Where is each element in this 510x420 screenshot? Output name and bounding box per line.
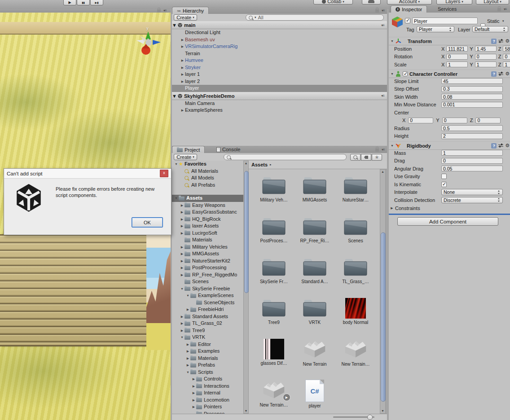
expand-arrow[interactable]: ▶ xyxy=(180,36,185,44)
tag-dropdown[interactable]: Player xyxy=(417,26,454,32)
presets-icon[interactable] xyxy=(498,39,503,44)
expand-arrow[interactable]: ▶ xyxy=(191,403,196,411)
step-button[interactable]: ▶▮ xyxy=(90,0,103,5)
axis-field-y[interactable]: 0 xyxy=(475,54,497,60)
expand-arrow[interactable]: ▶ xyxy=(180,313,185,320)
tree-item-examplescenes[interactable]: ▼ExampleScenes xyxy=(172,292,243,299)
scene-header-SkyhighFreebieDemo[interactable]: ▼SkyhighFreebieDemo▾≡ xyxy=(172,92,387,100)
scene-header-main[interactable]: ▼main▾≡ xyxy=(172,21,387,29)
panel-menu-icon[interactable]: ▾≡ xyxy=(382,9,385,13)
lock-icon[interactable] xyxy=(497,8,501,11)
asset-tree9[interactable]: Tree9 xyxy=(254,298,294,325)
tab-project[interactable]: Project xyxy=(172,146,205,153)
dialog-titlebar[interactable]: Can't add script x xyxy=(4,169,171,179)
hierarchy-item-directional-light[interactable]: Directional Light xyxy=(172,29,387,36)
hierarchy-item-layer-1[interactable]: ▶layer 1 xyxy=(172,71,387,78)
tree-item-all-models[interactable]: All Models xyxy=(172,175,243,182)
scene-panel-controls[interactable]: ▾≡ xyxy=(157,8,167,13)
expand-arrow[interactable]: ▶ xyxy=(180,202,185,209)
lock-icon[interactable] xyxy=(157,9,161,13)
tree-item-postprocessing[interactable]: ▶PostProcessing xyxy=(172,264,243,271)
gameobject-active-checkbox[interactable] xyxy=(405,18,410,23)
tree-item-tl_grass_02[interactable]: ▶TL_Grass_02 xyxy=(172,320,243,327)
scene-context-menu-icon[interactable]: ▾≡ xyxy=(381,94,384,98)
tree-item-tree9[interactable]: ▶Tree9 xyxy=(172,327,243,334)
tree-item-internal[interactable]: ▶Internal xyxy=(172,389,243,397)
expand-arrow[interactable]: ▶ xyxy=(180,244,185,251)
tree-item-skyserie-freebie[interactable]: ▼SkySerie Freebie xyxy=(172,285,243,293)
tree-item-scripts[interactable]: ▼Scripts xyxy=(172,369,243,376)
asset-mmgassets[interactable]: MMGAssets xyxy=(295,175,335,202)
tree-item-materials[interactable]: ▶Materials xyxy=(172,355,243,362)
expand-arrow[interactable]: ▼ xyxy=(185,292,190,299)
gameobject-name-field[interactable]: Player xyxy=(412,18,478,24)
layout-button[interactable]: Layout▾ xyxy=(476,0,509,4)
expand-arrow[interactable]: ▶ xyxy=(180,64,185,71)
expand-arrow[interactable]: ▶ xyxy=(191,383,196,390)
search-filter-caret[interactable]: ▾ xyxy=(255,16,256,19)
slider-thumb[interactable] xyxy=(367,415,373,420)
expand-arrow[interactable]: ▼ xyxy=(180,285,185,293)
expand-arrow[interactable]: ▶ xyxy=(180,78,185,85)
tree-scrollbar-thumb[interactable] xyxy=(244,171,249,293)
collab-button[interactable]: Collab▾ xyxy=(313,0,353,4)
panel-menu-icon[interactable]: ▾≡ xyxy=(163,9,167,13)
tree-item-assets[interactable]: ▼Assets xyxy=(172,195,243,202)
hierarchy-item-stryker[interactable]: ▶Stryker xyxy=(172,64,387,71)
value-field[interactable]: 0.05 xyxy=(441,166,503,171)
asset-standard-a-[interactable]: Standard A… xyxy=(295,257,335,284)
hierarchy-search-input[interactable]: ▾All xyxy=(246,14,384,21)
rb-interpolate-dropdown[interactable]: None xyxy=(441,189,503,195)
expand-arrow[interactable]: ▶ xyxy=(191,389,196,397)
value-field[interactable]: 0.001 xyxy=(441,102,503,108)
hierarchy-create-button[interactable]: Create▾ xyxy=(174,14,197,21)
scene-orientation-gizmo[interactable]: y xyxy=(134,26,163,60)
expand-arrow[interactable]: ▶ xyxy=(180,43,185,50)
tree-item-interactions[interactable]: ▶Interactions xyxy=(172,383,243,390)
asset-new-terrain[interactable]: New Terrain xyxy=(295,339,335,367)
tree-item-presence[interactable]: Presence xyxy=(172,411,243,414)
expand-arrow[interactable]: ▶ xyxy=(191,376,196,383)
value-field[interactable]: 2 xyxy=(441,133,503,139)
settings-gear-icon[interactable]: ⚙ xyxy=(505,143,510,149)
settings-gear-icon[interactable]: ⚙ xyxy=(505,71,510,77)
add-component-button[interactable]: Add Component xyxy=(397,217,498,226)
asset-rp-free-ri-[interactable]: RP_Free_Ri… xyxy=(295,216,335,243)
rb-use-gravity-checkbox[interactable] xyxy=(441,174,447,179)
static-dropdown-caret[interactable]: ▾ xyxy=(502,19,504,23)
hierarchy-item-terrain[interactable]: Terrain xyxy=(172,50,387,57)
tab-console[interactable]: --- Console xyxy=(212,146,245,153)
asset-player[interactable]: C#player xyxy=(295,380,335,408)
inspector-panel-controls[interactable]: ▾≡ xyxy=(497,7,507,11)
panel-menu-icon[interactable]: ▾≡ xyxy=(504,7,507,11)
value-field[interactable]: 0.5 xyxy=(441,125,503,131)
cloud-button[interactable] xyxy=(362,0,381,4)
settings-gear-icon[interactable]: ⚙ xyxy=(505,38,510,44)
axis-field-z[interactable]: 1 xyxy=(503,61,510,67)
layer-dropdown[interactable]: Default xyxy=(472,26,508,32)
dialog-close-button[interactable]: x xyxy=(160,170,168,177)
value-field[interactable]: 0 xyxy=(441,158,503,164)
presets-icon[interactable] xyxy=(498,144,503,148)
tree-item-controls[interactable]: ▶Controls xyxy=(172,376,243,383)
tree-item-vrtk[interactable]: ▼VRTK xyxy=(172,334,243,341)
help-icon[interactable]: ? xyxy=(491,143,497,149)
constraints-foldout[interactable]: ▶ Constraints xyxy=(389,204,510,212)
tree-item-standard-assets[interactable]: ▶Standard Assets xyxy=(172,313,243,320)
lock-icon[interactable] xyxy=(375,149,379,152)
foldout-arrow[interactable]: ▼ xyxy=(172,93,177,99)
tree-item-easygrasssubstanc[interactable]: ▶EasyGrassSubstanc xyxy=(172,209,243,216)
expand-arrow[interactable]: ▶ xyxy=(180,250,185,258)
axis-field-x[interactable]: 0 xyxy=(446,54,468,60)
tab-services[interactable]: Services xyxy=(433,5,461,13)
foldout-arrow[interactable]: ▼ xyxy=(172,22,177,28)
axis-field-y[interactable]: 0 xyxy=(442,118,467,123)
tree-item-rp_free_riggedmo[interactable]: ▶RP_Free_RiggedMo xyxy=(172,271,243,279)
expand-arrow[interactable]: ▶ xyxy=(180,71,185,78)
favorites-filter-button[interactable]: ★ xyxy=(372,154,382,161)
tree-item-military-vehicles[interactable]: ▶Military Vehicles xyxy=(172,244,243,251)
tree-item-easy-weapons[interactable]: ▶Easy Weapons xyxy=(172,202,243,209)
expand-arrow[interactable]: ▶ xyxy=(180,327,185,334)
axis-field-x[interactable]: 1 xyxy=(446,61,468,67)
transform-component-header[interactable]: ▼ Transform ?⚙ xyxy=(389,37,510,45)
